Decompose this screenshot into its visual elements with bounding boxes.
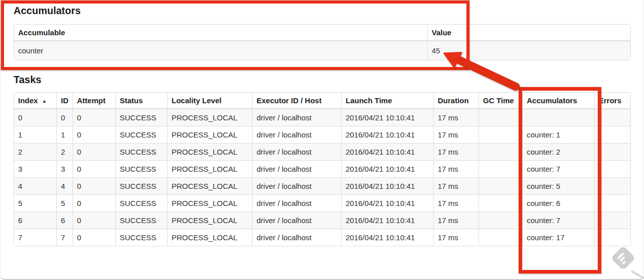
- cell-executor-id-host: driver / localhost: [252, 194, 341, 212]
- cell-status: SUCCESS: [115, 109, 167, 126]
- cell-duration: 17 ms: [433, 229, 478, 246]
- column-header-index-label: Index: [18, 96, 38, 105]
- cell-gc-time: [478, 160, 522, 177]
- tasks-table: Index▲ ID Attempt Status Locality Level …: [14, 92, 631, 246]
- accumulator-row: counter 45: [14, 41, 630, 60]
- cell-launch-time: 2016/04/21 10:10:41: [341, 194, 433, 212]
- cell-index: 2: [14, 143, 56, 160]
- watermark-stripe: [617, 252, 624, 259]
- cell-accumulators: counter: 1: [522, 126, 594, 143]
- cell-locality-level: PROCESS_LOCAL: [167, 109, 252, 126]
- cell-accumulators: [522, 109, 594, 126]
- cell-index: 6: [14, 212, 56, 229]
- cell-id: 7: [56, 229, 72, 246]
- cell-launch-time: 2016/04/21 10:10:41: [341, 177, 433, 194]
- cell-gc-time: [478, 177, 522, 194]
- cell-id: 0: [56, 109, 72, 126]
- column-header-accumulators[interactable]: Accumulators: [522, 93, 594, 109]
- cell-gc-time: [478, 212, 522, 229]
- cell-id: 4: [56, 177, 72, 194]
- cell-status: SUCCESS: [115, 229, 167, 246]
- column-header-status[interactable]: Status: [115, 93, 167, 109]
- cell-attempt: 0: [72, 143, 115, 160]
- cell-executor-id-host: driver / localhost: [252, 160, 341, 177]
- cell-errors: [594, 126, 630, 143]
- column-header-launch-time[interactable]: Launch Time: [341, 93, 433, 109]
- cell-index: 0: [14, 109, 56, 126]
- watermark-tail-line: [630, 270, 644, 280]
- task-row: 2 2 0 SUCCESS PROCESS_LOCAL driver / loc…: [14, 143, 630, 160]
- task-row: 6 6 0 SUCCESS PROCESS_LOCAL driver / loc…: [14, 212, 630, 229]
- cell-index: 3: [14, 160, 56, 177]
- column-header-attempt[interactable]: Attempt: [72, 93, 115, 109]
- cell-errors: [594, 194, 630, 212]
- cell-locality-level: PROCESS_LOCAL: [167, 143, 252, 160]
- cell-errors: [594, 109, 630, 126]
- column-header-accumulable[interactable]: Accumulable: [14, 25, 427, 41]
- cell-accumulators: counter: 5: [522, 177, 594, 194]
- cell-locality-level: PROCESS_LOCAL: [167, 194, 252, 212]
- cell-errors: [594, 143, 630, 160]
- cell-gc-time: [478, 194, 522, 212]
- column-header-duration[interactable]: Duration: [433, 93, 478, 109]
- cell-executor-id-host: driver / localhost: [252, 212, 341, 229]
- cell-accumulators: counter: 7: [522, 160, 594, 177]
- cell-locality-level: PROCESS_LOCAL: [167, 177, 252, 194]
- cell-id: 3: [56, 160, 72, 177]
- cell-status: SUCCESS: [115, 143, 167, 160]
- cell-accumulators: counter: 2: [522, 143, 594, 160]
- column-header-executor-id-host[interactable]: Executor ID / Host: [252, 93, 341, 109]
- sort-ascending-icon: ▲: [42, 98, 47, 104]
- skitch-watermark-icon: [611, 246, 635, 270]
- cell-attempt: 0: [72, 177, 115, 194]
- cell-index: 5: [14, 194, 56, 212]
- cell-duration: 17 ms: [433, 177, 478, 194]
- task-row: 0 0 0 SUCCESS PROCESS_LOCAL driver / loc…: [14, 109, 630, 126]
- cell-duration: 17 ms: [433, 143, 478, 160]
- cell-launch-time: 2016/04/21 10:10:41: [341, 143, 433, 160]
- cell-errors: [594, 229, 630, 246]
- cell-locality-level: PROCESS_LOCAL: [167, 126, 252, 143]
- cell-id: 5: [56, 194, 72, 212]
- cell-attempt: 0: [72, 212, 115, 229]
- cell-accumulable: counter: [14, 41, 427, 60]
- cell-status: SUCCESS: [115, 212, 167, 229]
- cell-attempt: 0: [72, 109, 115, 126]
- column-header-value[interactable]: Value: [427, 25, 630, 41]
- accumulators-table: Accumulable Value counter 45: [14, 24, 631, 60]
- cell-status: SUCCESS: [115, 126, 167, 143]
- column-header-id[interactable]: ID: [56, 93, 72, 109]
- tasks-header-row: Index▲ ID Attempt Status Locality Level …: [14, 93, 630, 109]
- cell-executor-id-host: driver / localhost: [252, 143, 341, 160]
- cell-index: 7: [14, 229, 56, 246]
- task-row: 1 1 0 SUCCESS PROCESS_LOCAL driver / loc…: [14, 126, 630, 143]
- cell-status: SUCCESS: [115, 194, 167, 212]
- cell-locality-level: PROCESS_LOCAL: [167, 212, 252, 229]
- cell-gc-time: [478, 126, 522, 143]
- column-header-locality-level[interactable]: Locality Level: [167, 93, 252, 109]
- cell-attempt: 0: [72, 194, 115, 212]
- column-header-gc-time[interactable]: GC Time: [478, 93, 522, 109]
- watermark-stripe: [622, 260, 626, 264]
- cell-errors: [594, 177, 630, 194]
- column-header-index[interactable]: Index▲: [14, 93, 56, 109]
- accumulators-section-heading: Accumulators: [14, 5, 630, 17]
- cell-launch-time: 2016/04/21 10:10:41: [341, 126, 433, 143]
- cell-accumulators: counter: 6: [522, 194, 594, 212]
- task-row: 5 5 0 SUCCESS PROCESS_LOCAL driver / loc…: [14, 194, 630, 212]
- column-header-errors[interactable]: Errors: [594, 93, 630, 109]
- tasks-section-heading: Tasks: [14, 74, 630, 86]
- cell-errors: [594, 160, 630, 177]
- cell-accumulators: counter: 17: [522, 229, 594, 246]
- cell-executor-id-host: driver / localhost: [252, 109, 341, 126]
- cell-errors: [594, 212, 630, 229]
- cell-launch-time: 2016/04/21 10:10:41: [341, 160, 433, 177]
- cell-duration: 17 ms: [433, 194, 478, 212]
- cell-status: SUCCESS: [115, 160, 167, 177]
- cell-locality-level: PROCESS_LOCAL: [167, 160, 252, 177]
- cell-gc-time: [478, 143, 522, 160]
- cell-attempt: 0: [72, 126, 115, 143]
- cell-duration: 17 ms: [433, 160, 478, 177]
- cell-gc-time: [478, 229, 522, 246]
- cell-executor-id-host: driver / localhost: [252, 177, 341, 194]
